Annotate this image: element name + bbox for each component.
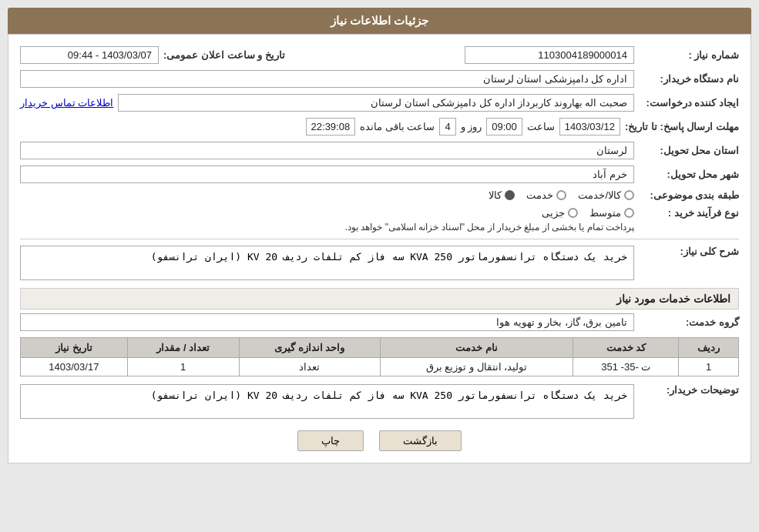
purchase-motavaset-label: متوسط <box>589 207 621 219</box>
col-code: کد خدمت <box>573 338 679 358</box>
category-option-kala[interactable]: کالا <box>489 189 515 201</box>
table-cell-date: 1403/03/17 <box>21 358 128 376</box>
deadline-remaining: 22:39:08 <box>306 118 356 136</box>
need-description-label: شرح کلی نیاز: <box>639 246 739 257</box>
creator-value: صحبت اله بهاروند کاربرداز اداره کل دامپز… <box>118 94 634 112</box>
col-quantity: تعداد / مقدار <box>127 338 239 358</box>
need-number-value: 1103004189000014 <box>465 46 634 64</box>
purchase-type-radio-group: متوسط جزیی <box>20 207 634 219</box>
deadline-day-label: روز و <box>461 121 482 132</box>
radio-kala-khedmat-icon <box>624 190 634 200</box>
category-label: طبقه بندی موضوعی: <box>639 189 739 201</box>
col-service-name: نام خدمت <box>380 338 573 358</box>
category-khedmat-label: خدمت <box>526 189 553 201</box>
print-button[interactable]: چاپ <box>297 430 364 451</box>
category-kala-khedmat-label: کالا/خدمت <box>578 189 621 201</box>
col-date: تاریخ نیاز <box>21 338 128 358</box>
buyer-desc-box[interactable] <box>20 384 634 419</box>
col-row: ردیف <box>679 338 739 358</box>
need-number-label: شماره نیاز : <box>639 49 739 61</box>
category-kala-label: کالا <box>489 189 502 201</box>
announce-date-value: 1403/03/07 - 09:44 <box>20 46 159 64</box>
deadline-time: 09:00 <box>486 118 522 136</box>
deadline-time-label: ساعت <box>527 121 555 132</box>
category-radio-group: کالا/خدمت خدمت کالا <box>489 189 634 201</box>
service-group-label: گروه خدمت: <box>639 316 739 328</box>
col-unit: واحد اندازه گیری <box>239 338 380 358</box>
back-button[interactable]: بازگشت <box>379 430 462 451</box>
city-value: خرم آباد <box>20 166 634 183</box>
purchase-jozi-label: جزیی <box>542 207 565 219</box>
service-group-value: تامین برق، گاز، بخار و تهویه هوا <box>20 313 634 331</box>
table-row: 1ت -35- 351تولید، انتقال و توزیع برقتعدا… <box>21 358 739 376</box>
creator-label: ایجاد کننده درخواست: <box>639 97 739 109</box>
category-option-kala-khedmat[interactable]: کالا/خدمت <box>578 189 634 201</box>
radio-motavaset-icon <box>624 208 634 218</box>
radio-khedmat-icon <box>556 190 566 200</box>
page-title: جزئیات اطلاعات نیاز <box>8 8 751 34</box>
table-cell-service: تولید، انتقال و توزیع برق <box>380 358 573 376</box>
table-cell-unit: تعداد <box>239 358 380 376</box>
province-label: استان محل تحویل: <box>639 145 739 156</box>
radio-kala-icon <box>505 190 515 200</box>
table-cell-row: 1 <box>679 358 739 376</box>
deadline-date: 1403/03/12 <box>559 118 620 136</box>
purchase-option-motavaset[interactable]: متوسط <box>589 207 634 219</box>
table-cell-code: ت -35- 351 <box>573 358 679 376</box>
city-label: شهر محل تحویل: <box>639 169 739 180</box>
deadline-label: مهلت ارسال پاسخ: تا تاریخ: <box>625 121 739 132</box>
buttons-row: بازگشت چاپ <box>20 430 739 451</box>
radio-jozi-icon <box>568 208 578 218</box>
deadline-days: 4 <box>439 118 455 136</box>
category-option-khedmat[interactable]: خدمت <box>526 189 566 201</box>
deadline-remaining-label: ساعت باقی مانده <box>360 121 435 132</box>
need-description-box[interactable] <box>20 246 634 280</box>
province-value: لرستان <box>20 142 634 159</box>
announce-date-label: تاریخ و ساعت اعلان عمومی: <box>163 49 285 61</box>
purchase-option-jozi[interactable]: جزیی <box>542 207 578 219</box>
purchase-type-label: نوع فرآیند خرید : <box>639 207 739 219</box>
table-cell-quantity: 1 <box>127 358 239 376</box>
services-table: ردیف کد خدمت نام خدمت واحد اندازه گیری ت… <box>20 337 739 376</box>
buyer-desc-label: توضیحات خریدار: <box>639 384 739 396</box>
purchase-type-desc: پرداخت تمام یا بخشی از مبلغ خریدار از مح… <box>20 222 634 233</box>
buyer-label: نام دستگاه خریدار: <box>639 73 739 85</box>
buyer-value: اداره کل دامپزشکی استان لرستان <box>20 70 634 88</box>
creator-link[interactable]: اطلاعات تماس خریدار <box>20 97 113 109</box>
services-section-header: اطلاعات خدمات مورد نیاز <box>20 288 739 309</box>
